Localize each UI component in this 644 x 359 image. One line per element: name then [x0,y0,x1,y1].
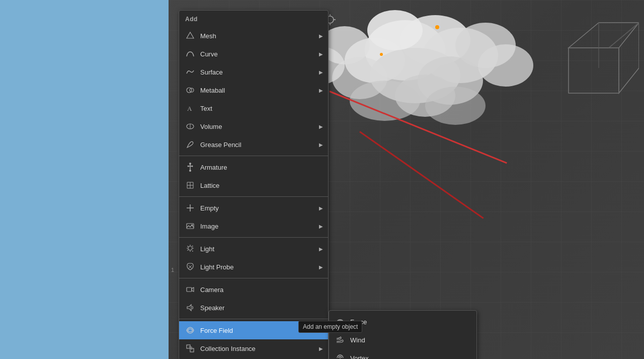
menu-item-camera[interactable]: Camera [179,280,328,299]
wind-icon [334,334,346,346]
metaball-label: Metaball [200,87,319,94]
separator-4 [179,278,328,278]
metaball-icon [184,84,196,96]
submenu-item-wind[interactable]: Wind [329,331,476,349]
separator-1 [179,156,328,156]
svg-rect-61 [187,288,192,292]
image-icon [184,220,196,232]
svg-point-5 [367,10,423,50]
empty-label: Empty [200,204,319,212]
wireframe-box [543,8,639,108]
menu-item-light-probe[interactable]: Light Probe ▶ [179,258,328,276]
menu-item-metaball[interactable]: Metaball ▶ [179,81,328,99]
light-probe-arrow: ▶ [319,264,323,270]
svg-line-19 [609,23,639,48]
collection-instance-arrow: ▶ [319,346,323,351]
light-probe-icon [184,261,196,273]
svg-line-55 [188,246,189,247]
highlight-dot-2 [380,53,383,56]
grease-pencil-icon [184,138,196,151]
svg-point-11 [478,44,533,87]
menu-item-text[interactable]: A Text [179,99,328,117]
force-field-icon [184,324,196,336]
svg-marker-17 [619,23,639,93]
vortex-icon [334,352,346,359]
empty-icon [184,202,196,214]
light-label: Light [200,245,319,253]
menu-item-grease-pencil[interactable]: Grease Pencil ▶ [179,135,328,154]
grease-pencil-label: Grease Pencil [200,141,319,149]
lattice-label: Lattice [200,182,323,189]
svg-point-37 [189,170,191,172]
text-icon: A [184,102,196,114]
volume-label: Volume [200,123,319,130]
text-label: Text [200,105,323,112]
surface-arrow: ▶ [319,69,323,75]
svg-line-58 [192,246,193,247]
speaker-icon [184,302,196,314]
menu-item-surface[interactable]: Surface ▶ [179,63,328,81]
camera-icon [184,283,196,296]
menu-item-image[interactable]: Image ▶ [179,217,328,235]
menu-item-armature[interactable]: Armature [179,158,328,176]
vortex-label: Vortex [350,354,471,360]
empty-arrow: ▶ [319,205,323,211]
separator-2 [179,196,328,197]
force-field-submenu: Force Wind Vortex [329,310,477,359]
curve-arrow: ▶ [319,51,323,57]
mesh-label: Mesh [200,32,319,40]
tooltip-text: Add an empty object [303,323,358,330]
armature-label: Armature [200,164,323,171]
svg-point-38 [188,166,189,167]
surface-label: Surface [200,68,319,76]
svg-rect-15 [569,48,619,93]
speaker-label: Speaker [200,304,323,312]
menu-item-light[interactable]: Light ▶ [179,240,328,258]
separator-5 [179,319,328,319]
separator-3 [179,237,328,238]
menu-item-empty[interactable]: Empty ▶ [179,199,328,217]
svg-line-56 [192,251,193,252]
light-probe-label: Light Probe [200,263,319,271]
grease-pencil-arrow: ▶ [319,142,323,148]
volume-arrow: ▶ [319,124,323,129]
svg-point-36 [189,163,191,165]
tooltip: Add an empty object [298,321,362,333]
svg-line-57 [188,250,189,251]
svg-point-13 [350,81,420,121]
menu-item-speaker[interactable]: Speaker [179,299,328,317]
camera-label: Camera [200,286,323,294]
mesh-icon [184,30,196,42]
collection-instance-icon [184,342,196,354]
svg-text:A: A [187,105,192,112]
metaball-arrow: ▶ [319,88,323,93]
svg-marker-63 [187,305,191,311]
svg-point-39 [192,166,193,167]
mesh-arrow: ▶ [319,33,323,39]
submenu-item-vortex[interactable]: Vortex [329,349,476,359]
light-arrow: ▶ [319,246,323,252]
svg-marker-62 [192,288,194,292]
menu-item-collection-instance[interactable]: Collection Instance ▶ [179,339,328,357]
collection-instance-label: Collection Instance [200,345,319,352]
surface-icon [184,66,196,78]
curve-icon [184,48,196,60]
svg-marker-28 [187,32,194,38]
menu-item-mesh[interactable]: Mesh ▶ [179,27,328,45]
menu-header: Add [179,13,328,27]
highlight-dot-1 [435,25,439,29]
svg-marker-16 [569,23,639,48]
light-icon [184,243,196,255]
curve-label: Curve [200,50,319,58]
menu-item-volume[interactable]: Volume ▶ [179,117,328,135]
armature-icon [184,161,196,173]
menu-item-curve[interactable]: Curve ▶ [179,45,328,63]
svg-point-50 [188,246,192,250]
line-number: 1 [171,267,174,273]
lattice-icon [184,179,196,191]
image-label: Image [200,223,319,230]
image-arrow: ▶ [319,224,323,229]
svg-point-68 [340,357,341,358]
menu-item-lattice[interactable]: Lattice [179,176,328,194]
svg-point-49 [192,225,193,226]
